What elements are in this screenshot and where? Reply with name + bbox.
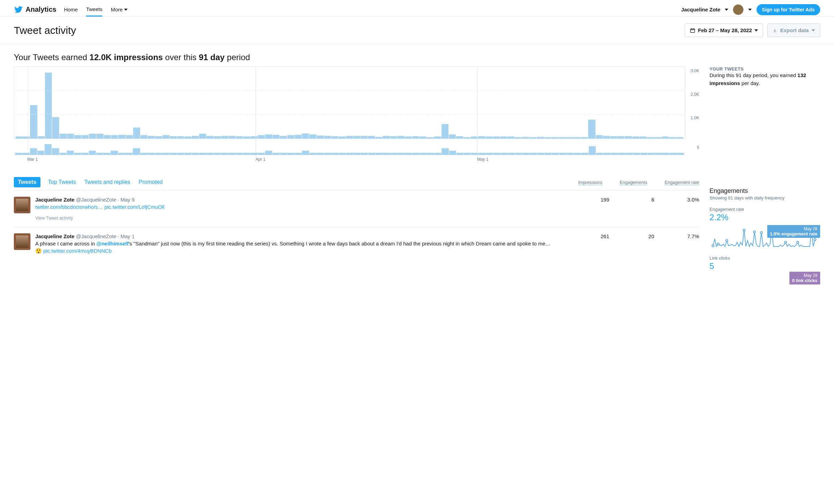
summary-days: 91 day xyxy=(199,53,225,62)
metric-impressions: 199 xyxy=(589,197,609,203)
metric-column-headers: Impressions Engagements Engagement rate xyxy=(578,180,699,185)
tweet-date: May 1 xyxy=(121,233,135,239)
svg-point-6 xyxy=(760,232,762,234)
tweet-body: twitter.com/bbcdoctorwho/s… pic.twitter.… xyxy=(35,203,584,211)
date-range-label: Feb 27 – May 28, 2022 xyxy=(698,27,752,33)
tweets-chart[interactable] xyxy=(14,144,685,155)
tweet-metrics: 199 6 3.0% xyxy=(589,197,699,203)
account-switcher[interactable]: Jacqueline Zote xyxy=(681,7,728,12)
left-column: 3.0K 2.0K 1.0K 5 Mar 1 Apr 1 May 1 Tweet… xyxy=(14,66,699,261)
y-axis-labels: 3.0K 2.0K 1.0K 5 xyxy=(686,66,699,163)
engagement-rate-label: Engagement rate xyxy=(710,207,820,212)
y-tick-secondary: 5 xyxy=(697,145,699,150)
date-range-picker[interactable]: Feb 27 – May 28, 2022 xyxy=(685,24,763,37)
y-tick: 3.0K xyxy=(691,68,699,73)
header-actions: Feb 27 – May 28, 2022 Export data xyxy=(685,24,820,37)
svg-point-5 xyxy=(753,231,756,233)
svg-point-1 xyxy=(712,245,714,247)
link-clicks-sparkline[interactable]: May 28 0 link clicks xyxy=(710,274,820,284)
your-tweets-title: YOUR TWEETS xyxy=(710,66,820,72)
avatar[interactable] xyxy=(733,4,743,15)
signup-ads-button[interactable]: Sign up for Twitter Ads xyxy=(757,4,820,15)
svg-point-11 xyxy=(814,239,816,241)
tooltip-date: May 28 xyxy=(770,226,817,231)
your-tweets-text: During this 91 day period, you earned 13… xyxy=(710,72,820,87)
calendar-icon xyxy=(690,28,695,33)
engagement-rate-group: Engagement rate 2.2% May 28 1.9% engagem… xyxy=(710,207,820,249)
nav-more[interactable]: More xyxy=(111,3,127,17)
page-title: Tweet activity xyxy=(14,25,76,36)
chevron-down-icon xyxy=(725,9,728,11)
svg-point-8 xyxy=(785,241,787,243)
y-tick: 1.0K xyxy=(691,115,699,120)
tweet-row[interactable]: Jacqueline Zote @JacquelineZote · May 9 … xyxy=(14,190,699,227)
logo-block: Analytics xyxy=(14,5,56,14)
metric-engagements: 6 xyxy=(633,197,654,203)
tweet-body: A phrase I came across in @neilhimself's… xyxy=(35,240,584,254)
tweet-link[interactable]: pic.twitter.com/4muyBDNNCb xyxy=(43,248,112,254)
tooltip-date: May 28 xyxy=(792,273,817,278)
main-columns: 3.0K 2.0K 1.0K 5 Mar 1 Apr 1 May 1 Tweet… xyxy=(0,66,834,295)
x-tick: Mar 1 xyxy=(27,157,38,162)
svg-rect-0 xyxy=(691,29,695,32)
chevron-down-icon xyxy=(124,9,128,11)
view-tweet-activity-link[interactable]: View Tweet activity xyxy=(35,215,584,221)
tweet-tabs: Tweets Top Tweets Tweets and replies Pro… xyxy=(14,177,699,190)
metric-engagements: 20 xyxy=(633,233,654,239)
tweet-link[interactable]: twitter.com/bbcdoctorwho/s… pic.twitter.… xyxy=(35,204,164,210)
header-row: Tweet activity Feb 27 – May 28, 2022 Exp… xyxy=(0,17,834,44)
export-label: Export data xyxy=(780,27,809,33)
download-icon xyxy=(772,28,777,33)
tweet-metrics: 261 20 7.7% xyxy=(589,233,699,239)
tab-tweets[interactable]: Tweets xyxy=(14,177,40,187)
tweet-date: May 9 xyxy=(121,197,135,203)
twitter-bird-icon xyxy=(14,5,23,14)
svg-point-9 xyxy=(797,241,799,243)
tweet-mention[interactable]: @neilhimself xyxy=(96,241,129,246)
tweet-handle: @JacquelineZote xyxy=(76,197,116,203)
tweet-header: Jacqueline Zote @JacquelineZote · May 1 xyxy=(35,233,584,239)
your-tweets-panel: YOUR TWEETS During this 91 day period, y… xyxy=(710,66,820,87)
impressions-chart-wrap: 3.0K 2.0K 1.0K 5 Mar 1 Apr 1 May 1 xyxy=(14,66,699,167)
tweet-content: Jacqueline Zote @JacquelineZote · May 9 … xyxy=(35,197,584,221)
tweet-avatar xyxy=(14,233,30,250)
col-engagements[interactable]: Engagements xyxy=(620,180,647,185)
impressions-chart[interactable] xyxy=(14,66,685,139)
col-impressions[interactable]: Impressions xyxy=(578,180,602,185)
metric-er: 3.0% xyxy=(678,197,699,203)
nav-right: Jacqueline Zote Sign up for Twitter Ads xyxy=(681,4,820,15)
engagements-panel: Engagements Showing 91 days with daily f… xyxy=(710,187,820,284)
chevron-down-icon[interactable] xyxy=(748,9,752,11)
tab-tweets-replies[interactable]: Tweets and replies xyxy=(84,178,131,186)
nav-home[interactable]: Home xyxy=(64,3,78,17)
svg-point-3 xyxy=(726,240,728,242)
chevron-down-icon xyxy=(754,29,758,31)
svg-point-4 xyxy=(743,229,745,231)
tweet-avatar xyxy=(14,197,30,213)
tweet-row[interactable]: Jacqueline Zote @JacquelineZote · May 1 … xyxy=(14,227,699,261)
user-name-label: Jacqueline Zote xyxy=(681,7,720,12)
side-text-part: During this 91 day period, you earned xyxy=(710,72,797,78)
impressions-summary: Your Tweets earned 12.0K impressions ove… xyxy=(0,44,834,66)
tweet-handle: @JacquelineZote xyxy=(76,233,116,239)
tooltip-value: 0 link clicks xyxy=(792,278,817,283)
engagements-subtitle: Showing 91 days with daily frequency xyxy=(710,195,820,200)
tab-promoted[interactable]: Promoted xyxy=(138,178,163,186)
engagement-rate-tooltip: May 28 1.9% engagement rate xyxy=(767,225,820,238)
nav-links: Home Tweets More xyxy=(64,3,128,17)
tweet-author: Jacqueline Zote xyxy=(35,197,74,203)
brand-name: Analytics xyxy=(26,6,56,13)
y-tick: 2.0K xyxy=(691,92,699,97)
chevron-down-icon xyxy=(812,29,815,31)
link-clicks-label: Link clicks xyxy=(710,255,820,261)
tweet-author: Jacqueline Zote xyxy=(35,233,74,239)
x-tick: Apr 1 xyxy=(256,157,266,162)
export-data-button[interactable]: Export data xyxy=(767,24,820,37)
engagement-rate-sparkline[interactable]: May 28 1.9% engagement rate xyxy=(710,225,820,249)
tab-top-tweets[interactable]: Top Tweets xyxy=(47,178,77,186)
summary-suffix: period xyxy=(225,53,250,62)
col-engagement-rate[interactable]: Engagement rate xyxy=(665,180,699,185)
nav-tweets[interactable]: Tweets xyxy=(86,3,103,17)
svg-point-2 xyxy=(717,243,719,245)
emoji-icon: 😲 xyxy=(35,248,42,254)
